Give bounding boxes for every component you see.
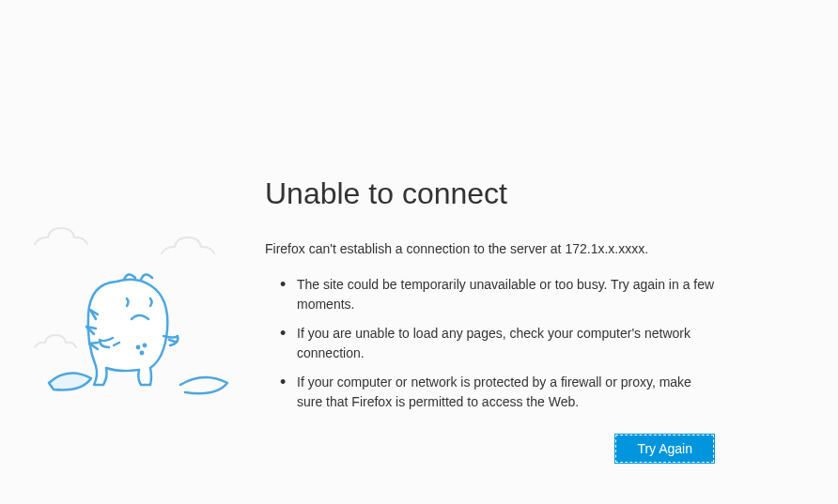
error-description: Firefox can't establish a connection to … [265,241,716,256]
error-bullet: If you are unable to load any pages, che… [291,324,716,363]
try-again-button[interactable]: Try Again [615,435,714,463]
error-bullet: The site could be temporarily unavailabl… [291,275,716,314]
error-bullet: If your computer or network is protected… [291,373,716,412]
page-title: Unable to connect [265,176,716,211]
error-illustration [30,225,246,432]
svg-point-1 [144,344,146,346]
svg-point-0 [137,346,139,348]
svg-point-2 [141,352,143,354]
error-bullet-list: The site could be temporarily unavailabl… [265,275,716,412]
